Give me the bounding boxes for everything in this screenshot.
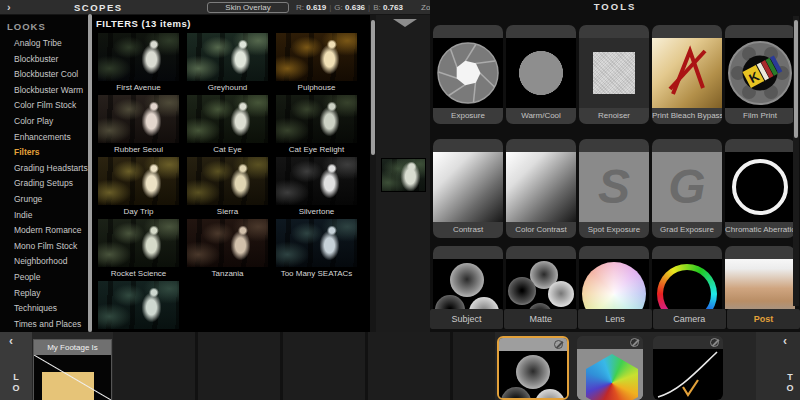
gradpost-icon — [725, 259, 795, 309]
chain-tool-spheres3-selected[interactable] — [497, 336, 569, 400]
tool-card-color-contrast[interactable]: Color Contrast — [506, 139, 576, 238]
skin-overlay-button[interactable]: Skin Overlay — [207, 2, 289, 13]
tab-post[interactable]: Post — [727, 309, 800, 329]
tool-card-renoiser[interactable]: Renoiser — [579, 25, 649, 124]
filter-thumbnail[interactable] — [276, 219, 357, 267]
tab-matte[interactable]: Matte — [504, 309, 577, 329]
b-label: B: — [373, 3, 381, 12]
tools-title: TOOLS — [430, 0, 800, 14]
filter-item-cat-eye[interactable]: Cat Eye — [183, 95, 272, 157]
filter-thumbnail[interactable] — [98, 219, 179, 267]
filter-item-silvertone[interactable]: Silvertone — [272, 157, 361, 219]
filter-item-tanzania[interactable]: Tanzania — [183, 219, 272, 281]
tool-card-spheres3[interactable] — [433, 246, 503, 309]
sidebar-item-filters[interactable]: Filters — [0, 145, 88, 161]
tool-card-print-bleach-bypass[interactable]: Print Bleach Bypass — [652, 25, 722, 124]
tool-label: Contrast — [433, 222, 503, 238]
sidebar-item-analog-tribe[interactable]: Analog Tribe — [0, 36, 88, 52]
tools-scrollbar[interactable] — [793, 16, 799, 306]
sidebar-item-blockbuster-warm[interactable]: Blockbuster Warm — [0, 83, 88, 99]
filter-item-rocket-science[interactable]: Rocket Science — [94, 219, 183, 281]
chain-tool-cube[interactable] — [577, 336, 643, 400]
sidebar-item-color-film-stock[interactable]: Color Film Stock — [0, 98, 88, 114]
disable-icon[interactable] — [554, 340, 563, 349]
sidebar-item-replay[interactable]: Replay — [0, 286, 88, 302]
curve-icon — [653, 349, 723, 400]
tool-card-spot-exposure[interactable]: SSpot Exposure — [579, 139, 649, 238]
rgb-readout: R: 0.619|G: 0.636|B: 0.763 — [296, 0, 403, 15]
chevron-left-icon[interactable]: ‹ — [9, 334, 13, 348]
filter-item-partial[interactable] — [94, 281, 183, 332]
footage-mini-preview[interactable] — [381, 158, 426, 192]
filter-thumbnail[interactable] — [187, 33, 268, 81]
tools-row-2: ContrastColor ContrastSSpot ExposureGGra… — [433, 139, 795, 238]
filter-item-pulphouse[interactable]: Pulphouse — [272, 33, 361, 95]
tool-card-chromatic-aberration[interactable]: Chromatic Aberration — [725, 139, 795, 238]
tab-camera[interactable]: Camera — [653, 309, 726, 329]
disable-icon[interactable] — [630, 338, 639, 347]
sidebar-item-times-and-places[interactable]: Times and Places — [0, 317, 88, 332]
looks-sidebar: LOOKS Analog TribeBlockbusterBlockbuster… — [0, 15, 88, 332]
sidebar-item-neighborhood[interactable]: Neighborhood — [0, 254, 88, 270]
my-footage-card[interactable]: My Footage Is — [33, 339, 112, 400]
scopes-expand-icon[interactable]: › — [7, 0, 11, 15]
tool-card-header — [652, 25, 722, 38]
filter-item-day-trip[interactable]: Day Trip — [94, 157, 183, 219]
tool-card-huering[interactable] — [652, 246, 722, 309]
filter-item-rubber-seoul[interactable]: Rubber Seoul — [94, 95, 183, 157]
filter-item-too-many-seatacs[interactable]: Too Many SEATACs — [272, 219, 361, 281]
filter-thumbnail[interactable] — [276, 95, 357, 143]
sidebar-item-grading-setups[interactable]: Grading Setups — [0, 176, 88, 192]
circle-icon — [506, 38, 576, 108]
tools-category-tabs: SubjectMatteLensCameraPost — [430, 309, 800, 329]
filter-thumbnail[interactable] — [98, 281, 179, 329]
tool-card-spheres4[interactable] — [506, 246, 576, 309]
sidebar-item-blockbuster[interactable]: Blockbuster — [0, 52, 88, 68]
filter-thumbnail[interactable] — [98, 33, 179, 81]
sidebar-item-grading-headstarts[interactable]: Grading Headstarts — [0, 161, 88, 177]
tab-subject[interactable]: Subject — [430, 309, 503, 329]
sidebar-item-grunge[interactable]: Grunge — [0, 192, 88, 208]
looks-collapse-rail[interactable]: ‹ LO — [0, 332, 32, 400]
filter-item-first-avenue[interactable]: First Avenue — [94, 33, 183, 95]
filter-thumbnail[interactable] — [187, 95, 268, 143]
filter-item-sierra[interactable]: Sierra — [183, 157, 272, 219]
filter-item-greyhound[interactable]: Greyhound — [183, 33, 272, 95]
filter-thumbnail[interactable] — [98, 95, 179, 143]
sidebar-item-modern-romance[interactable]: Modern Romance — [0, 223, 88, 239]
sidebar-item-indie[interactable]: Indie — [0, 208, 88, 224]
tool-card-colorwheel[interactable] — [579, 246, 649, 309]
tools-collapse-rail[interactable]: ‹ TO — [756, 332, 800, 400]
filters-scrollbar-thumb[interactable] — [371, 20, 375, 155]
filter-thumbnail[interactable] — [187, 157, 268, 205]
tools-scrollbar-thumb[interactable] — [794, 20, 798, 138]
filter-item-cat-eye-relight[interactable]: Cat Eye Relight — [272, 95, 361, 157]
sidebar-item-blockbuster-cool[interactable]: Blockbuster Cool — [0, 67, 88, 83]
chevron-left-icon[interactable]: ‹ — [783, 334, 787, 348]
tool-card-film-print[interactable]: KFilm Print — [725, 25, 795, 124]
filter-thumbnail[interactable] — [187, 219, 268, 267]
tool-card-warm-cool[interactable]: Warm/Cool — [506, 25, 576, 124]
tool-card-exposure[interactable]: Exposure — [433, 25, 503, 124]
collapse-arrow-icon[interactable] — [393, 19, 417, 27]
chain-empty-slots[interactable] — [113, 332, 495, 400]
b-value: 0.763 — [383, 3, 403, 12]
filter-thumbnail[interactable] — [98, 157, 179, 205]
filter-thumbnail[interactable] — [276, 33, 357, 81]
filter-thumbnail[interactable] — [276, 157, 357, 205]
tab-lens[interactable]: Lens — [578, 309, 651, 329]
tool-card-contrast[interactable]: Contrast — [433, 139, 503, 238]
tool-card-gradpost[interactable] — [725, 246, 795, 309]
filter-name: Tanzania — [211, 267, 243, 281]
sidebar-item-enhancements[interactable]: Enhancements — [0, 130, 88, 146]
filter-name: Pulphouse — [298, 81, 336, 95]
letterS-icon: S — [579, 152, 649, 222]
sidebar-item-techniques[interactable]: Techniques — [0, 301, 88, 317]
sidebar-item-color-play[interactable]: Color Play — [0, 114, 88, 130]
tool-card-grad-exposure[interactable]: GGrad Exposure — [652, 139, 722, 238]
sidebar-item-people[interactable]: People — [0, 270, 88, 286]
aperture-icon — [433, 38, 503, 108]
disable-icon[interactable] — [710, 338, 719, 347]
sidebar-item-mono-film-stock[interactable]: Mono Film Stock — [0, 239, 88, 255]
chain-tool-curve[interactable] — [653, 336, 723, 400]
